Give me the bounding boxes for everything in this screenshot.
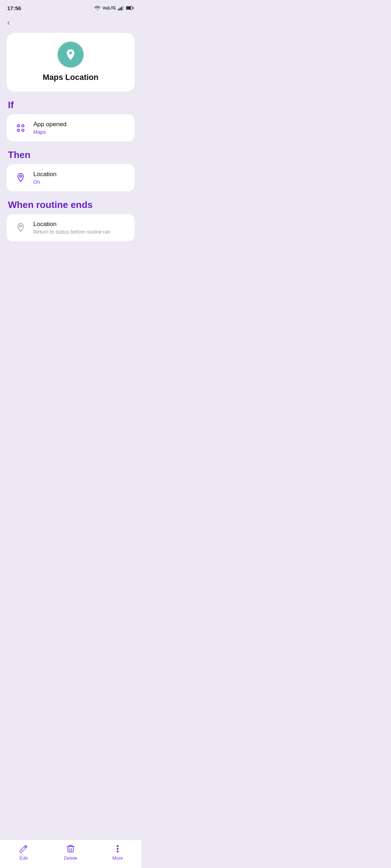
when-ends-card-subtitle: Return to status before routine ran (33, 229, 110, 235)
location-gray-icon (15, 222, 26, 233)
back-button[interactable]: ‹ (0, 14, 141, 29)
svg-rect-5 (127, 7, 131, 9)
svg-rect-0 (118, 9, 119, 10)
svg-point-10 (22, 129, 24, 131)
if-card[interactable]: App opened Maps (7, 114, 135, 141)
app-opened-icon (14, 121, 28, 135)
svg-rect-3 (123, 5, 124, 10)
when-ends-card[interactable]: Location Return to status before routine… (7, 214, 135, 241)
location-end-icon (14, 221, 28, 235)
header-icon (58, 42, 84, 68)
if-section-label: If (8, 99, 133, 111)
if-card-title: App opened (33, 121, 67, 128)
apps-grid-icon (15, 123, 26, 133)
battery-icon (126, 5, 134, 10)
location-on-icon (14, 171, 28, 185)
svg-point-8 (22, 124, 24, 127)
svg-rect-6 (133, 7, 134, 9)
wifi-icon (94, 5, 101, 10)
svg-rect-1 (119, 8, 121, 10)
lte-indicator: Vo)LTE (102, 6, 116, 10)
signal-icon (118, 5, 124, 10)
then-card-text: Location On (33, 171, 56, 185)
location-icon (15, 173, 26, 183)
svg-point-9 (17, 129, 20, 131)
header-title: Maps Location (43, 73, 98, 82)
svg-point-11 (20, 175, 22, 177)
when-ends-card-title: Location (33, 221, 110, 228)
svg-point-12 (20, 225, 22, 227)
then-section-label: Then (8, 149, 133, 161)
if-card-text: App opened Maps (33, 121, 67, 135)
location-pin-icon (64, 48, 77, 61)
when-ends-card-text: Location Return to status before routine… (33, 221, 110, 235)
then-card-title: Location (33, 171, 56, 178)
status-time: 17:56 (7, 5, 21, 11)
svg-point-7 (17, 124, 20, 127)
then-card-subtitle: On (33, 179, 56, 185)
then-card[interactable]: Location On (7, 164, 135, 191)
when-routine-ends-label: When routine ends (8, 199, 133, 210)
if-card-subtitle: Maps (33, 129, 67, 135)
status-bar: 17:56 Vo)LTE (0, 0, 141, 14)
back-chevron-icon[interactable]: ‹ (7, 18, 10, 27)
svg-rect-2 (121, 7, 122, 10)
header-card: Maps Location (7, 33, 135, 92)
status-icons: Vo)LTE (94, 5, 134, 10)
